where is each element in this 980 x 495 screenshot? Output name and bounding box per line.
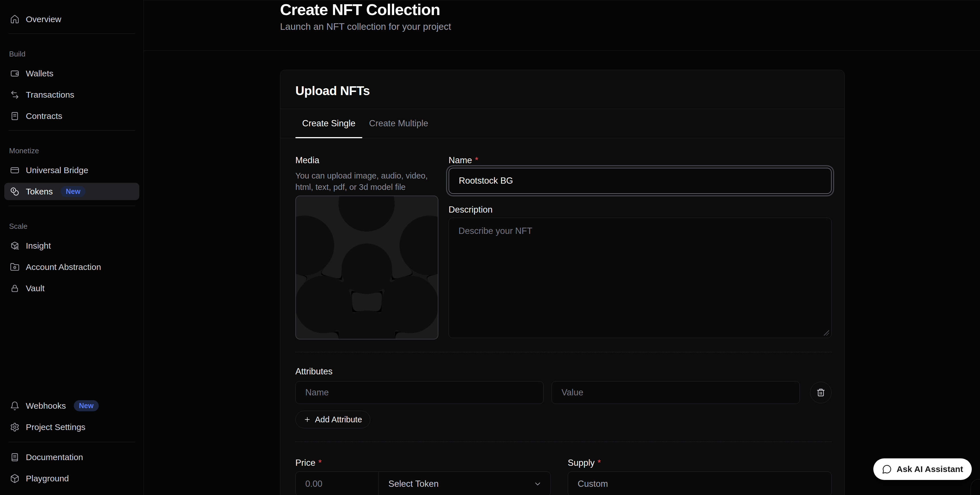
section-label-build: Build [4, 50, 139, 59]
divider [8, 33, 135, 34]
supply-column: Supply* [568, 458, 832, 495]
sidebar-item-account-abstraction[interactable]: Account Abstraction [4, 258, 139, 275]
sidebar-item-label: Tokens [26, 187, 53, 196]
attribute-value-input[interactable] [552, 381, 800, 404]
sidebar-item-contracts[interactable]: Contracts [4, 107, 139, 124]
description-label: Description [449, 205, 832, 215]
supply-input[interactable] [568, 471, 832, 495]
attribute-row [295, 381, 832, 404]
home-icon [10, 14, 19, 24]
contract-icon [10, 111, 19, 121]
lock-icon [10, 283, 19, 293]
token-select-dropdown[interactable]: Select Token [379, 472, 550, 495]
sidebar-item-label: Vault [26, 283, 45, 293]
cube-search-icon [10, 241, 19, 251]
price-label: Price* [295, 458, 551, 468]
trash-icon [816, 388, 826, 397]
sidebar-item-label: Playground [26, 474, 69, 483]
required-asterisk: * [475, 155, 478, 165]
page-header: Create NFT Collection Launch an NFT coll… [144, 0, 980, 51]
media-label: Media [295, 155, 438, 166]
sidebar: Overview Build Wallets Transactions Cont… [0, 0, 144, 495]
name-input[interactable] [449, 168, 832, 194]
description-textarea-wrap [449, 218, 832, 338]
price-input-group: Select Token [295, 471, 551, 495]
required-asterisk: * [598, 458, 601, 468]
sidebar-item-insight[interactable]: Insight [4, 237, 139, 254]
plus-icon [304, 416, 311, 423]
sidebar-item-label: Transactions [26, 90, 74, 100]
page-title: Create NFT Collection [280, 1, 980, 18]
tab-create-multiple[interactable]: Create Multiple [362, 109, 435, 138]
sidebar-footer: Webhooks New Project Settings Documentat… [4, 397, 139, 487]
wallet-icon [10, 69, 19, 78]
sidebar-item-project-settings[interactable]: Project Settings [4, 419, 139, 436]
media-and-fields-row: Media You can upload image, audio, video… [295, 138, 832, 339]
new-badge: New [74, 400, 99, 411]
sidebar-item-wallets[interactable]: Wallets [4, 65, 139, 82]
attributes-section: Attributes Add Attribute [295, 352, 832, 428]
delete-attribute-button[interactable] [810, 382, 832, 403]
sidebar-item-vault[interactable]: Vault [4, 280, 139, 297]
section-label-monetize: Monetize [4, 146, 139, 155]
new-badge: New [61, 186, 85, 197]
arrows-left-right-icon [10, 90, 19, 100]
required-asterisk: * [318, 458, 322, 468]
price-column: Price* Select Token [295, 458, 551, 495]
sidebar-item-label: Insight [26, 241, 51, 251]
fields-column: Name* Description [449, 155, 832, 339]
name-label: Name* [449, 155, 832, 166]
nft-preview-blob-art [296, 196, 438, 339]
ask-ai-assistant-button[interactable]: Ask AI Assistant [873, 458, 972, 480]
sidebar-item-tokens[interactable]: Tokens New [4, 183, 139, 200]
sidebar-item-label: Webhooks [26, 401, 66, 411]
description-textarea[interactable] [449, 218, 832, 338]
section-label-scale: Scale [4, 222, 139, 231]
sidebar-item-label: Wallets [26, 69, 53, 78]
attribute-name-input[interactable] [295, 381, 544, 404]
sidebar-item-label: Universal Bridge [26, 166, 88, 175]
gear-icon [10, 422, 19, 432]
card-title: Upload NFTs [295, 84, 829, 97]
sidebar-item-overview[interactable]: Overview [4, 11, 139, 28]
content: Upload NFTs Create Single Create Multipl… [144, 51, 980, 495]
main-area: Create NFT Collection Launch an NFT coll… [144, 0, 980, 495]
card-body: Media You can upload image, audio, video… [280, 138, 845, 495]
tabs: Create Single Create Multiple [280, 109, 845, 138]
sidebar-item-documentation[interactable]: Documentation [4, 449, 139, 466]
price-supply-row: Price* Select Token [295, 442, 832, 495]
sidebar-item-playground[interactable]: Playground [4, 470, 139, 487]
bridge-card-icon [10, 166, 19, 175]
upload-nfts-card: Upload NFTs Create Single Create Multipl… [280, 70, 845, 495]
attributes-label: Attributes [295, 366, 832, 377]
sidebar-item-label: Account Abstraction [26, 262, 101, 272]
box-3d-icon [10, 474, 19, 483]
media-column: Media You can upload image, audio, video… [295, 155, 438, 339]
chevron-down-icon [533, 480, 542, 488]
sidebar-item-label: Contracts [26, 111, 62, 121]
sidebar-nav: Overview Build Wallets Transactions Cont… [4, 11, 139, 297]
sidebar-item-label: Project Settings [26, 422, 85, 432]
media-description: You can upload image, audio, video, html… [295, 170, 435, 193]
sidebar-item-webhooks[interactable]: Webhooks New [4, 397, 139, 414]
divider [8, 130, 135, 131]
price-amount-input[interactable] [296, 472, 379, 495]
page-subtitle: Launch an NFT collection for your projec… [280, 21, 980, 32]
divider [8, 206, 135, 206]
book-icon [10, 452, 19, 462]
sidebar-item-label: Overview [26, 14, 61, 24]
card-header: Upload NFTs [280, 70, 845, 109]
media-upload-preview[interactable] [295, 196, 438, 339]
sidebar-item-label: Documentation [26, 452, 83, 462]
chat-bubble-icon [882, 464, 892, 474]
app-root: Overview Build Wallets Transactions Cont… [0, 0, 980, 495]
supply-label: Supply* [568, 458, 832, 468]
tab-create-single[interactable]: Create Single [295, 109, 362, 138]
coins-icon [10, 187, 19, 196]
folder-shield-icon [10, 262, 19, 272]
add-attribute-button[interactable]: Add Attribute [295, 411, 370, 428]
sidebar-item-transactions[interactable]: Transactions [4, 86, 139, 103]
bell-icon [10, 401, 19, 411]
sidebar-item-universal-bridge[interactable]: Universal Bridge [4, 161, 139, 179]
